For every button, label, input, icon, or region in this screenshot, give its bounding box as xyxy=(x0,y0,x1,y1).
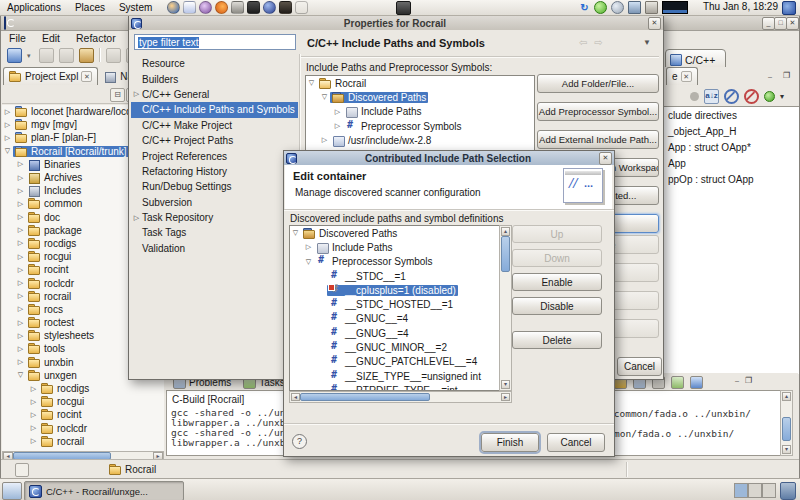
close-button[interactable]: ✕ xyxy=(786,17,799,30)
debug-icon[interactable] xyxy=(106,48,121,63)
focus-icon[interactable] xyxy=(690,92,699,101)
workspace-1[interactable] xyxy=(734,483,748,498)
expand-arrow[interactable]: ▷ xyxy=(15,292,26,300)
network-status-icon[interactable] xyxy=(611,1,624,14)
outline-item[interactable]: ppOp : struct OApp xyxy=(664,171,799,187)
wizard-button[interactable]: Enable xyxy=(512,273,602,291)
tree-row[interactable]: __GNUG__=4 xyxy=(290,326,500,340)
minimize-view-icon[interactable]: ⎯ xyxy=(768,72,772,82)
category-item[interactable]: ▷ Task Repository xyxy=(131,210,298,225)
menu-item[interactable]: File xyxy=(2,32,33,44)
outline-item[interactable]: App : struct OApp* xyxy=(664,139,799,155)
wizard-hscrollbar[interactable]: ◂ ▸ xyxy=(289,391,512,403)
expand-arrow[interactable]: ▷ xyxy=(131,214,142,222)
expand-arrow[interactable]: ▷ xyxy=(332,108,343,116)
wizard-button[interactable]: Down xyxy=(512,249,602,267)
expand-arrow[interactable]: ▷ xyxy=(332,122,343,130)
menu-item[interactable]: Edit xyxy=(35,32,67,44)
new-dropdown-icon[interactable]: ▾ xyxy=(27,49,34,62)
filter-input[interactable]: type filter text xyxy=(134,34,296,50)
outline-item[interactable]: _object_App_H xyxy=(664,123,799,139)
expand-arrow[interactable]: ▽ xyxy=(319,93,330,101)
expand-arrow[interactable]: ▷ xyxy=(15,253,26,261)
category-item[interactable]: C/C++ Include Paths and Symbols xyxy=(131,102,298,117)
wizard-vscrollbar[interactable]: ▴ ▾ xyxy=(499,225,512,391)
app-launcher-icon[interactable] xyxy=(295,1,308,14)
app-launcher-icon[interactable] xyxy=(199,1,212,14)
expand-arrow[interactable]: ▷ xyxy=(2,134,13,142)
panel-menu[interactable]: System xyxy=(112,0,159,15)
category-item[interactable]: C/C++ Make Project xyxy=(131,118,298,133)
properties-dialog-titlebar[interactable]: Properties for Rocrail ✕ xyxy=(129,16,663,30)
tree-row[interactable]: __GNUC_MINOR__=2 xyxy=(290,340,500,354)
hide-non-public-icon[interactable] xyxy=(764,91,775,102)
expand-arrow[interactable]: ▷ xyxy=(15,305,26,313)
workspace-3[interactable] xyxy=(762,483,776,498)
expand-arrow[interactable]: ▷ xyxy=(28,424,39,432)
build-icon[interactable] xyxy=(79,48,94,63)
tree-row[interactable]: ▷ Include Paths xyxy=(290,240,500,254)
app-launcher-icon[interactable] xyxy=(279,1,292,14)
hide-fields-icon[interactable] xyxy=(724,89,739,104)
tree-row[interactable]: __SIZE_TYPE__=unsigned int xyxy=(290,369,500,383)
tree-row[interactable]: ▽ Rocrail xyxy=(306,76,534,90)
expand-arrow[interactable]: ▽ xyxy=(306,79,317,87)
finish-button[interactable]: Finish xyxy=(481,433,539,452)
tree-row[interactable]: ▷ rocrail xyxy=(2,435,164,448)
outline-item[interactable]: App xyxy=(664,155,799,171)
expand-arrow[interactable]: ▷ xyxy=(319,136,330,144)
tree-row[interactable]: ▷ Include Paths xyxy=(306,105,534,119)
minimize-view-icon[interactable]: ⎯ xyxy=(735,376,739,389)
expand-arrow[interactable]: ▷ xyxy=(15,187,26,195)
tree-row[interactable]: __GNUC_PATCHLEVEL__=4 xyxy=(290,355,500,369)
tab-outline[interactable]: e ✕ xyxy=(666,67,698,85)
dialog-button[interactable]: Add Preprocessor Symbol... xyxy=(537,102,659,121)
tree-row[interactable]: ▽ Discovered Paths xyxy=(290,226,500,240)
app-launcher-icon[interactable] xyxy=(183,1,196,14)
category-item[interactable]: Validation xyxy=(131,241,298,256)
tree-row[interactable]: ▷ rocint xyxy=(2,408,164,421)
app-launcher-icon[interactable] xyxy=(231,1,244,14)
collapse-all-icon[interactable]: ⊟ xyxy=(110,88,125,102)
wizard-button[interactable]: Delete xyxy=(512,331,602,349)
expand-arrow[interactable]: ▽ xyxy=(303,258,314,266)
category-item[interactable]: Task Tags xyxy=(131,225,298,240)
expand-arrow[interactable]: ▷ xyxy=(15,213,26,221)
expand-arrow[interactable]: ▷ xyxy=(15,358,26,366)
workspace-switcher[interactable] xyxy=(734,483,776,498)
tab-close-icon[interactable]: ✕ xyxy=(681,71,692,82)
panel-applet-icon[interactable] xyxy=(396,1,411,15)
dialog-close-icon[interactable]: ✕ xyxy=(599,152,612,165)
sync-icon[interactable]: ↻ xyxy=(579,2,590,13)
trash-icon[interactable] xyxy=(780,482,796,500)
expand-arrow[interactable]: ▽ xyxy=(15,371,26,379)
dialog-button[interactable]: Add External Include Path... xyxy=(537,130,659,149)
tree-row[interactable]: ▷ rocdigs xyxy=(2,382,164,395)
tree-row[interactable]: ▷ /usr/include/wx-2.8 xyxy=(306,133,534,147)
expand-arrow[interactable]: ▽ xyxy=(290,229,301,237)
category-item[interactable]: C/C++ Project Paths xyxy=(131,133,298,148)
expand-arrow[interactable]: ▷ xyxy=(15,279,26,287)
category-item[interactable]: Resource xyxy=(131,56,298,71)
category-item[interactable]: Subversion xyxy=(131,195,298,210)
tab-project-explorer[interactable]: Project Expl ✕ xyxy=(3,67,98,85)
expand-arrow[interactable]: ▷ xyxy=(15,160,26,168)
expand-arrow[interactable]: ▷ xyxy=(28,437,39,445)
tab-close-icon[interactable]: ✕ xyxy=(81,71,92,82)
tree-row[interactable]: __PTRDIFF_TYPE__=int xyxy=(290,383,500,391)
hide-static-icon[interactable] xyxy=(744,89,759,104)
workspace-2[interactable] xyxy=(748,483,762,498)
clock[interactable]: Thu Jan 8, 18:29 xyxy=(703,1,778,12)
tree-row[interactable]: __STDC__=1 xyxy=(290,269,500,283)
expand-arrow[interactable]: ▷ xyxy=(28,411,39,419)
expand-arrow[interactable]: ▷ xyxy=(15,345,26,353)
tree-row[interactable]: ▷ Preprocessor Symbols xyxy=(306,119,534,133)
app-launcher-icon[interactable] xyxy=(247,1,260,14)
maximize-view-icon[interactable]: ❐ xyxy=(745,376,752,389)
tree-row[interactable]: __STDC_HOSTED__=1 xyxy=(290,297,500,311)
display-icon[interactable] xyxy=(628,1,641,14)
back-forward-icons[interactable]: ⇦ ⇨ xyxy=(579,37,605,48)
expand-arrow[interactable]: ▷ xyxy=(15,226,26,234)
wizard-button[interactable]: Up xyxy=(512,225,602,243)
pin-console-icon[interactable] xyxy=(671,376,684,389)
